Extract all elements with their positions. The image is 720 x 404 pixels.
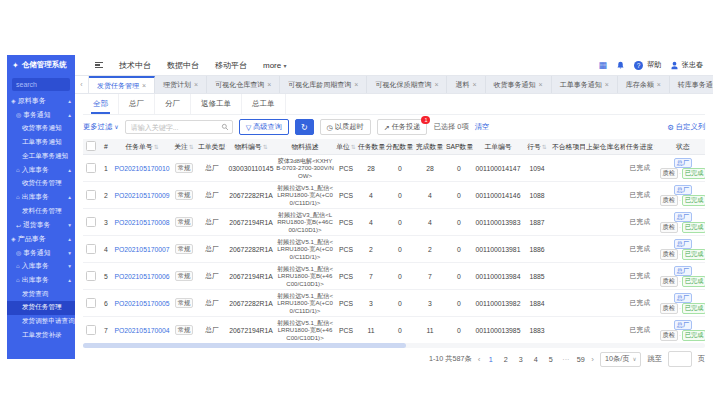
notification-bell-icon[interactable] [616,61,625,70]
row-checkbox[interactable] [86,244,96,254]
page-tab[interactable]: 理货计划× [155,76,207,93]
page-number[interactable]: 3 [516,355,525,364]
page-tab[interactable]: 可视化保质期查询× [367,76,447,93]
row-checkbox[interactable] [86,325,96,335]
sidebar-menu: ◈原料事务▴◎事务通知▴收货事务通知工单事务通知全工单事务通知⌂入库事务▴收货任… [7,94,75,359]
more-menu[interactable]: more ▾ [263,61,286,70]
row-checkbox[interactable] [86,217,96,227]
close-icon[interactable]: × [539,81,543,88]
close-icon[interactable]: × [657,81,661,88]
page-size-select[interactable]: 10条/页 ∨ [600,352,641,367]
sidebar-item[interactable]: 发货调整申请查询 [7,315,75,329]
sort-icon[interactable]: ⇅ [154,144,159,150]
menu-icon[interactable] [95,62,103,69]
help-button[interactable]: ? 帮助 [634,60,661,70]
subtab[interactable]: 分厂 [155,94,191,114]
close-icon[interactable]: × [472,81,476,88]
page-tab[interactable]: 转库事务通知× [670,76,713,93]
tabs-scroll-left-icon[interactable]: ‹ [75,76,89,93]
prev-page-icon[interactable]: ‹ [478,355,481,364]
task-number-link[interactable]: PO202105170007 [114,246,169,253]
sidebar-search-input[interactable] [12,78,70,91]
task-number-link[interactable]: PO202105170008 [114,219,169,226]
close-icon[interactable]: × [354,81,358,88]
page-tab[interactable]: 可视化库龄周期查询× [280,76,367,93]
sidebar-item[interactable]: 工单事务通知 [7,135,75,149]
horizontal-scrollbar[interactable] [83,343,705,348]
row-checkbox[interactable] [86,163,96,173]
page-number[interactable]: 59 [576,355,585,364]
refresh-button[interactable]: ↻ [295,119,314,135]
task-number-link[interactable]: PO202105170010 [114,165,169,172]
sidebar-item[interactable]: ⌂出库事务▴ [7,191,75,205]
sidebar-item[interactable]: ⌂入库事务▾ [7,260,75,274]
row-checkbox[interactable] [86,190,96,200]
sort-icon[interactable]: ⇅ [444,144,445,150]
task-number-link[interactable]: PO202105170009 [114,192,169,199]
select-all-checkbox[interactable] [86,141,96,151]
sidebar-item[interactable]: 工单发货补录 [7,329,75,343]
task-dispatch-button[interactable]: ↗ 任务投递 1 [377,119,428,135]
keyword-input[interactable] [125,120,233,134]
sidebar-item[interactable]: ⌂入库事务▴ [7,163,75,177]
sort-icon[interactable]: ⇅ [226,144,227,150]
subtab[interactable]: 全部 [83,94,119,114]
advanced-query-button[interactable]: ▽ 高级查询 [239,119,289,135]
sort-icon[interactable]: ⇅ [654,144,655,150]
scrollbar-thumb[interactable] [83,343,406,348]
sidebar-item[interactable]: 发货查询 [7,287,75,301]
column-header-unit: 单位⇅ [335,139,357,155]
subtab[interactable]: 总工单 [242,94,286,114]
page-tab[interactable]: 库存余额× [618,76,670,93]
row-checkbox[interactable] [86,271,96,281]
sidebar-item[interactable]: ⌂出库事务▴ [7,273,75,287]
close-icon[interactable]: × [434,81,438,88]
quality-timeout-button[interactable]: ◷ 以质超时 [320,119,371,135]
subtab[interactable]: 总厂 [119,94,155,114]
page-number[interactable]: 5 [546,355,555,364]
sidebar-item[interactable]: ↩退货事务▾ [7,218,75,232]
task-number-link[interactable]: PO202105170006 [114,273,169,280]
jump-page-input[interactable] [668,351,692,367]
topnav-item[interactable]: 移动平台 [215,60,247,71]
sort-icon[interactable]: ⇅ [351,144,356,150]
page-number[interactable]: 1 [486,355,495,364]
page-tab[interactable]: 工单事务通知× [552,76,618,93]
sidebar-item[interactable]: ◈原料事务▴ [7,94,75,108]
close-icon[interactable]: × [267,81,271,88]
search-icon[interactable] [221,123,229,131]
close-icon[interactable]: × [605,81,609,88]
subtab[interactable]: 返修工单 [191,94,242,114]
page-number[interactable]: 2 [501,355,510,364]
sidebar-item[interactable]: 发货任务管理 [7,301,75,315]
task-number-link[interactable]: PO202105170004 [114,327,169,334]
close-icon[interactable]: × [142,82,146,89]
page-number[interactable]: 4 [531,355,540,364]
apps-grid-icon[interactable]: ▦ [599,61,608,70]
sidebar-item[interactable]: ◎事务通知▴ [7,108,75,122]
sidebar-item[interactable]: 收货事务通知 [7,122,75,136]
sort-icon[interactable]: ⇅ [542,144,547,150]
sidebar-item[interactable]: 收货任务管理 [7,177,75,191]
sort-icon[interactable]: ⇅ [189,144,194,150]
page-tab[interactable]: 发货任务管理× [89,76,155,93]
sidebar-item[interactable]: 发料任务管理 [7,204,75,218]
customize-columns-button[interactable]: ⚙ 自定义列 [667,122,705,132]
sort-icon[interactable]: ⇅ [414,144,415,150]
sidebar-item[interactable]: 全工单事务通知 [7,149,75,163]
row-checkbox[interactable] [86,298,96,308]
page-tab[interactable]: 可视化仓库查询× [207,76,280,93]
sidebar-item[interactable]: ◎事务通知▾ [7,246,75,260]
sidebar-item[interactable]: ◈产品事务▴ [7,232,75,246]
sort-icon[interactable]: ⇅ [263,144,268,150]
page-tab[interactable]: 退料× [447,76,485,93]
next-page-icon[interactable]: › [591,355,594,364]
task-number-link[interactable]: PO202105170005 [114,300,169,307]
topnav-item[interactable]: 数据中台 [167,60,199,71]
close-icon[interactable]: × [194,81,198,88]
more-filter-button[interactable]: 更多过滤 ∨ [83,122,119,132]
clear-selection-link[interactable]: 清空 [475,122,490,132]
user-menu[interactable]: 张忠春 [670,60,703,70]
topnav-item[interactable]: 技术中台 [119,60,151,71]
page-tab[interactable]: 收货事务通知× [486,76,552,93]
